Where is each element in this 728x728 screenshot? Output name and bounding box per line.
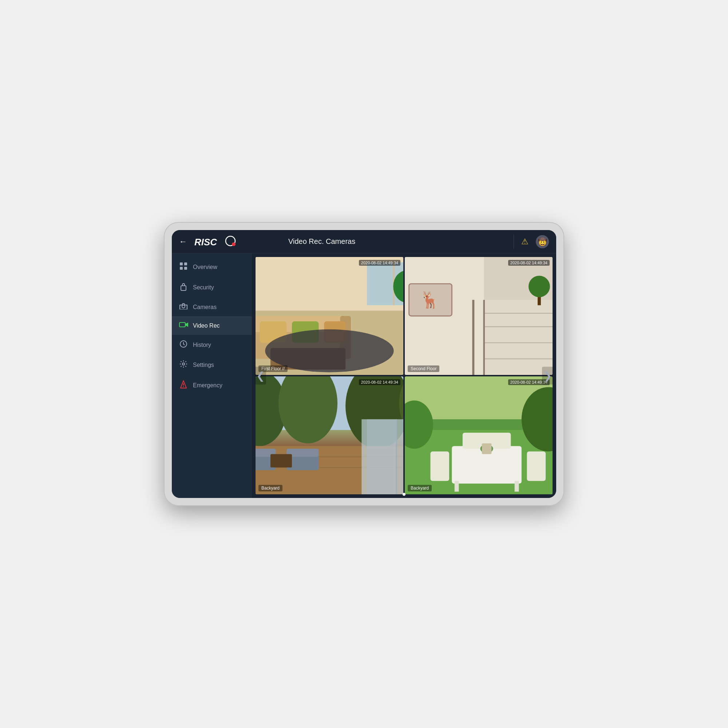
sidebar-label-overview: Overview (193, 264, 217, 271)
svg-point-45 (278, 376, 337, 444)
svg-rect-73 (482, 444, 492, 454)
svg-point-2 (232, 242, 236, 246)
logo: RISC (193, 235, 237, 248)
page-indicator (402, 493, 405, 496)
back-button[interactable]: ← (179, 237, 187, 246)
sidebar-label-emergency: Emergency (193, 382, 222, 389)
svg-text:🦌: 🦌 (420, 291, 440, 309)
svg-rect-6 (184, 267, 187, 270)
camera-content: ❮ (252, 253, 556, 498)
camera-cell-3[interactable]: 2020-08-02 14:49:34 Backyard (255, 376, 403, 494)
video-rec-icon (179, 321, 188, 330)
svg-point-40 (529, 276, 550, 297)
tablet-screen: ← RISC Video Rec. Cameras ⚠ 🤠 (172, 230, 556, 498)
svg-rect-4 (184, 262, 187, 265)
svg-rect-69 (430, 451, 449, 481)
camera-cell-4[interactable]: 2020-08-02 14:49:34 Backyard (405, 376, 552, 494)
svg-rect-55 (271, 454, 292, 468)
svg-marker-10 (185, 323, 188, 327)
cam2-timestamp: 2020-08-02 14:49:34 (508, 260, 550, 266)
svg-text:RISC: RISC (194, 237, 217, 248)
prev-arrow[interactable]: ❮ (255, 367, 266, 385)
history-icon (179, 340, 188, 350)
cam2-label: Second Floor (408, 366, 439, 372)
sidebar-item-video-rec[interactable]: Video Rec (172, 316, 252, 335)
svg-rect-3 (180, 262, 183, 265)
sidebar-item-cameras[interactable]: Cameras (172, 298, 252, 316)
svg-rect-68 (515, 481, 519, 491)
sidebar-item-history[interactable]: History (172, 335, 252, 355)
cam3-timestamp: 2020-08-02 14:49:34 (359, 379, 401, 385)
page-title: Video Rec. Cameras (281, 237, 506, 246)
svg-rect-9 (179, 323, 185, 327)
cam4-label: Backyard (408, 485, 432, 491)
svg-point-14 (183, 386, 184, 387)
sidebar-label-video-rec: Video Rec (193, 323, 220, 329)
alert-icon[interactable]: ⚠ (521, 237, 529, 246)
sidebar-label-cameras: Cameras (193, 304, 217, 310)
svg-rect-70 (527, 451, 546, 481)
emergency-icon (179, 380, 188, 391)
header-divider (514, 234, 514, 249)
sidebar-label-settings: Settings (193, 362, 214, 369)
sidebar-label-history: History (193, 342, 211, 348)
svg-rect-7 (181, 286, 186, 291)
settings-icon (179, 360, 188, 370)
header-icons: ⚠ 🤠 (521, 235, 549, 248)
header-left: ← RISC (179, 235, 281, 248)
sidebar-item-overview[interactable]: Overview (172, 257, 252, 277)
avatar[interactable]: 🤠 (536, 235, 549, 248)
camera-grid: 2020-08-02 14:49:34 First Floor // (252, 253, 556, 498)
overview-icon (179, 262, 188, 272)
svg-rect-5 (180, 267, 183, 270)
sidebar-label-security: Security (193, 284, 214, 291)
sidebar-item-security[interactable]: Security (172, 277, 252, 298)
svg-point-8 (182, 305, 185, 308)
sidebar: Overview Security (172, 253, 252, 498)
cam3-label: Backyard (258, 485, 283, 491)
svg-rect-57 (367, 419, 396, 494)
cameras-icon (179, 303, 188, 311)
main-content: Overview Security (172, 253, 556, 498)
cam1-timestamp: 2020-08-02 14:49:34 (359, 260, 401, 266)
next-arrow[interactable]: ❯ (542, 367, 553, 385)
svg-point-12 (182, 363, 185, 365)
sidebar-item-emergency[interactable]: Emergency (172, 375, 252, 396)
camera-cell-2[interactable]: 🦌 2020-08-02 14:49:34 Second Floor (405, 257, 552, 375)
security-icon (179, 282, 188, 293)
sidebar-item-settings[interactable]: Settings (172, 355, 252, 375)
header: ← RISC Video Rec. Cameras ⚠ 🤠 (172, 230, 556, 253)
svg-rect-67 (455, 481, 459, 491)
camera-cell-1[interactable]: 2020-08-02 14:49:34 First Floor // (255, 257, 403, 375)
svg-rect-13 (183, 383, 184, 385)
tablet-device: ← RISC Video Rec. Cameras ⚠ 🤠 (164, 222, 564, 506)
